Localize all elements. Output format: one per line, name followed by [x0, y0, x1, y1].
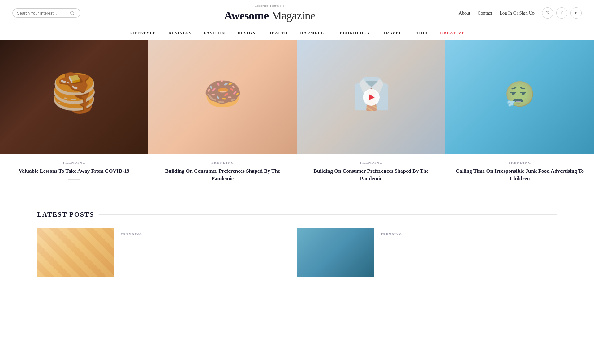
latest-header: LATEST POSTS: [37, 210, 557, 218]
card-3-badge: TRENDING: [302, 161, 440, 164]
play-button[interactable]: [363, 89, 380, 106]
nav-fashion[interactable]: FASHION: [204, 31, 225, 36]
search-input[interactable]: [17, 11, 70, 15]
login-link[interactable]: Log In Or Sign Up: [500, 11, 535, 16]
header: Colorlib Template Awesome Magazine About…: [0, 0, 594, 26]
search-icon: [70, 11, 75, 15]
nav-creative[interactable]: CREATIVE: [440, 31, 465, 36]
logo-area: Colorlib Template Awesome Magazine: [224, 4, 315, 22]
svg-line-1: [73, 14, 74, 15]
logo-normal: Magazine: [269, 9, 315, 22]
card-info-1: TRENDING Valuable Lessons To Take Away F…: [0, 154, 148, 195]
card-1-badge: TRENDING: [5, 161, 143, 164]
nav-food[interactable]: FOOD: [414, 31, 428, 36]
contact-link[interactable]: Contact: [478, 11, 492, 16]
play-icon: [369, 94, 375, 100]
card-2-title: Building On Consumer Preferences Shaped …: [153, 167, 292, 182]
latest-title: LATEST POSTS: [37, 210, 94, 218]
post-2-badge: TRENDING: [381, 233, 551, 236]
card-1-title: Valuable Lessons To Take Away From COVID…: [5, 167, 143, 175]
header-right: About Contact Log In Or Sign Up 𝕏 f P: [459, 7, 582, 19]
latest-post-2[interactable]: TRENDING: [297, 228, 557, 277]
latest-posts-section: LATEST POSTS TRENDING TRENDING: [0, 195, 594, 290]
nav-business[interactable]: BUSINESS: [168, 31, 192, 36]
nav-design[interactable]: DESIGN: [238, 31, 256, 36]
card-info-2: TRENDING Building On Consumer Preference…: [148, 154, 297, 195]
card-4-badge: TRENDING: [450, 161, 589, 164]
facebook-icon: f: [561, 11, 563, 15]
post-1-badge: TRENDING: [121, 233, 291, 236]
about-link[interactable]: About: [459, 11, 471, 16]
hero-card-2[interactable]: [148, 40, 297, 154]
pinterest-button[interactable]: P: [570, 7, 582, 19]
post-2-image: [297, 228, 374, 277]
card-3-divider: [365, 187, 377, 187]
main-nav: LIFESTYLE BUSINESS FASHION DESIGN HEALTH…: [0, 26, 594, 40]
card-4-title: Calling Time On Irresponsible Junk Food …: [450, 167, 589, 182]
card-2-badge: TRENDING: [153, 161, 292, 164]
nav-technology[interactable]: TECHNOLOGY: [337, 31, 371, 36]
card-4-divider: [514, 187, 526, 187]
nav-health[interactable]: HEALTH: [268, 31, 288, 36]
latest-posts-grid: TRENDING TRENDING: [37, 228, 557, 277]
latest-line: [99, 214, 557, 215]
card-info-3: TRENDING Building On Consumer Preference…: [297, 154, 446, 195]
cards-info: TRENDING Valuable Lessons To Take Away F…: [0, 154, 594, 195]
card-3-title: Building On Consumer Preferences Shaped …: [302, 167, 440, 182]
site-logo[interactable]: Awesome Magazine: [224, 9, 315, 22]
hero-card-1[interactable]: [0, 40, 148, 154]
post-1-image: [37, 228, 114, 277]
social-icons: 𝕏 f P: [542, 7, 582, 19]
hero-grid: [0, 40, 594, 154]
card-1-divider: [68, 179, 80, 180]
latest-post-1[interactable]: TRENDING: [37, 228, 297, 277]
hero-card-3[interactable]: [297, 40, 446, 154]
card-info-4: TRENDING Calling Time On Irresponsible J…: [446, 154, 594, 195]
twitter-icon: 𝕏: [546, 11, 549, 15]
facebook-button[interactable]: f: [556, 7, 567, 19]
post-1-content: TRENDING: [114, 228, 297, 277]
svg-point-0: [71, 11, 73, 14]
logo-bold: Awesome: [224, 9, 269, 22]
nav-travel[interactable]: TRAVEL: [383, 31, 402, 36]
pinterest-icon: P: [575, 11, 577, 15]
search-box[interactable]: [12, 8, 80, 18]
nav-lifestyle[interactable]: LIFESTYLE: [129, 31, 156, 36]
colorlib-label: Colorlib Template: [224, 4, 315, 7]
twitter-button[interactable]: 𝕏: [542, 7, 553, 19]
post-2-content: TRENDING: [374, 228, 557, 277]
hero-card-4[interactable]: [446, 40, 594, 154]
nav-harmful[interactable]: HARMFUL: [300, 31, 324, 36]
card-2-divider: [217, 187, 229, 187]
